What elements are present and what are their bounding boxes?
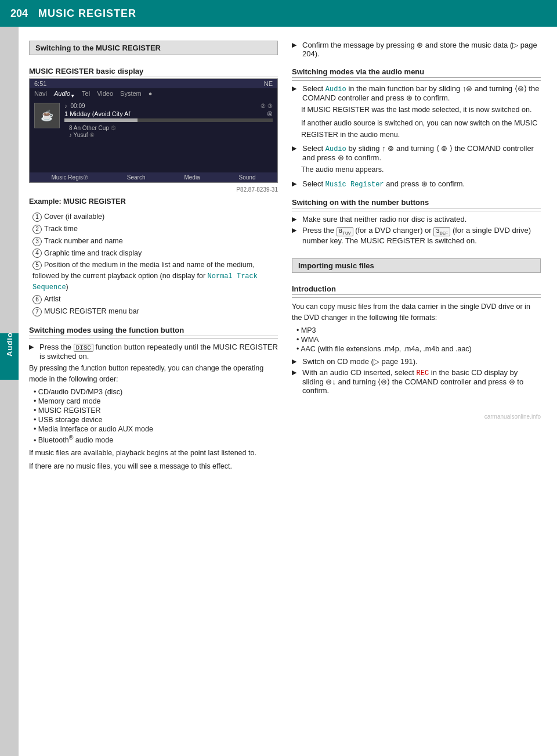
number-arrow-1: ▶ xyxy=(292,215,300,223)
list-item-7: 7MUSIC REGISTER menu bar xyxy=(29,305,278,318)
example-label-text: Example: MUSIC REGISTER xyxy=(29,197,126,206)
display-menubar: Music Regis⑦ Search Media Sound xyxy=(30,172,277,182)
section2-line xyxy=(29,339,278,339)
format-aac: AAC (with file extensions .m4p, .m4a, .m… xyxy=(296,344,541,354)
display-track-name: 1 Midday (Avoid City Af ④ xyxy=(64,110,273,117)
kbd-3: 3DEF xyxy=(433,227,450,236)
side-tab-active: Audio xyxy=(0,333,19,380)
circle-3: 3 xyxy=(32,237,42,246)
kbd-8: 8TUV xyxy=(337,227,353,236)
section1-heading: MUSIC REGISTER basic display xyxy=(29,67,278,77)
side-tab: Audio xyxy=(0,27,19,756)
confirm-arrow: ▶ xyxy=(292,41,300,49)
nav-system: System xyxy=(120,90,142,99)
page-layout: Audio Switching to the MUSIC REGISTER MU… xyxy=(0,27,557,756)
mode-item-1: CD/audio DVD/MP3 (disc) xyxy=(34,387,278,397)
audio-section-heading: Switching modes via the audio menu xyxy=(292,67,541,78)
import-bullet-1-text: Switch on CD mode (▷ page 191). xyxy=(302,357,418,366)
list-item-6: 6Artist xyxy=(29,293,278,305)
audio-bullet-1: ▶ Select Audio in the main function bar … xyxy=(292,84,541,102)
audio-note-2a: The audio menu appears. xyxy=(301,164,541,175)
display-nav: Navi Audio▼ Tel Video System ● xyxy=(30,88,277,100)
import-bullet-1: ▶ Switch on CD mode (▷ page 191). xyxy=(292,357,541,366)
circle-4: 4 xyxy=(32,249,42,258)
circle-5: 5 xyxy=(32,261,42,270)
display-ne: NE xyxy=(264,80,273,87)
audio-arrow-1: ▶ xyxy=(292,85,300,92)
display-tracklist: 8 An Other Cup ⑤ ♪ Yusuf ⑥ xyxy=(64,123,273,140)
display-main: ☕ ♪ 00:09 ② ③ 1 Midday (Avoid City Af ④ … xyxy=(30,100,277,142)
page-number: 204 xyxy=(10,8,28,20)
section2-box: Importing music files xyxy=(292,258,541,273)
display-info: ♪ 00:09 ② ③ 1 Midday (Avoid City Af ④ 8 … xyxy=(64,103,273,140)
display-list-item1: 8 An Other Cup ⑤ xyxy=(69,125,268,131)
audio-code-3: Music Register xyxy=(325,181,384,189)
mode-item-6: Bluetooth® audio mode xyxy=(34,434,278,445)
import-arrow-1: ▶ xyxy=(292,358,300,365)
main-content: Switching to the MUSIC REGISTER MUSIC RE… xyxy=(19,27,557,756)
disc-kbd: DISC xyxy=(74,344,93,352)
display-progress-bar xyxy=(64,118,273,122)
audio-code-2: Audio xyxy=(325,145,346,153)
audio-note-1b: If another audio source is switched on, … xyxy=(301,118,541,141)
section1-box: Switching to the MUSIC REGISTER xyxy=(29,41,278,55)
format-mp3: MP3 xyxy=(296,326,541,335)
audio-bullet-3: ▶ Select Music Register and press ⊛ to c… xyxy=(292,179,541,189)
menu-musireg: Music Regis⑦ xyxy=(51,174,88,181)
audio-bullet-1-text: Select Audio in the main function bar by… xyxy=(302,84,541,102)
nav-video: Video xyxy=(97,90,113,99)
import-bullet-2-text: With an audio CD inserted, select REC in… xyxy=(302,368,541,395)
confirm-bullet: ▶ Confirm the message by pressing ⊛ and … xyxy=(292,41,541,58)
number-bullet-2: ▶ Press the 8TUV (for a DVD changer) or … xyxy=(292,226,541,245)
number-section-line xyxy=(292,211,541,211)
menu-sound: Sound xyxy=(239,174,256,181)
audio-arrow-2: ▶ xyxy=(292,145,300,152)
audio-code-1: Audio xyxy=(325,85,346,93)
mode-item-4: USB storage device xyxy=(34,415,278,424)
import-bullet-2: ▶ With an audio CD inserted, select REC … xyxy=(292,368,541,395)
bullet-arrow-1: ▶ xyxy=(29,343,37,351)
page-header: 204 MUSIC REGISTER xyxy=(0,0,557,27)
number-arrow-2: ▶ xyxy=(292,226,300,234)
display-list-item2: ♪ Yusuf ⑥ xyxy=(69,132,268,138)
list-item-5: 5Position of the medium in the media lis… xyxy=(29,259,278,293)
mode-item-5: Media Interface or audio AUX mode xyxy=(34,424,278,434)
import-arrow-2: ▶ xyxy=(292,369,300,376)
nav-navi: Navi xyxy=(34,90,47,99)
display-progress-fill xyxy=(64,118,138,122)
nav-circle: ● xyxy=(149,90,153,99)
function-bullet1: ▶ Press the DISC function button repeate… xyxy=(29,343,278,361)
display-track-time: ♪ 00:09 ② ③ xyxy=(64,103,273,109)
mode-list: CD/audio DVD/MP3 (disc) Memory card mode… xyxy=(34,387,278,445)
circle-1: 1 xyxy=(32,213,42,222)
intro-line xyxy=(292,297,541,298)
display-cover: ☕ xyxy=(34,103,60,128)
side-tab-label: Audio xyxy=(3,347,16,366)
list-item-2: 2Track time xyxy=(29,223,278,235)
side-tab-bar xyxy=(0,27,19,756)
menu-media: Media xyxy=(184,174,200,181)
right-column: ▶ Confirm the message by pressing ⊛ and … xyxy=(292,41,541,742)
function-para4: If there are no music files, you will se… xyxy=(29,461,278,472)
audio-bullet-3-text: Select Music Register and press ⊛ to con… xyxy=(302,179,465,189)
watermark: carmanualsonline.info xyxy=(292,412,541,422)
display-topbar: 6:51 NE xyxy=(30,79,277,88)
intro-para: You can copy music files from the data c… xyxy=(292,301,541,324)
audio-note-1a: If MUSIC REGISTER was the last mode sele… xyxy=(301,105,541,116)
nav-tel: Tel xyxy=(82,90,90,99)
format-list: MP3 WMA AAC (with file extensions .m4p, … xyxy=(296,326,541,354)
audio-arrow-3: ▶ xyxy=(292,180,300,188)
circle-6: 6 xyxy=(32,295,42,304)
list-item-1: 1Cover (if available) xyxy=(29,211,278,223)
circle-7: 7 xyxy=(32,307,42,316)
mode-item-2: Memory card mode xyxy=(34,397,278,406)
menu-search: Search xyxy=(127,174,146,181)
example-label: Example: MUSIC REGISTER xyxy=(29,196,278,207)
number-bullet-1: ▶ Make sure that neither radio nor disc … xyxy=(292,215,541,224)
rec-code: REC xyxy=(417,369,429,377)
display-mock: 6:51 NE Navi Audio▼ Tel Video System ● ☕ xyxy=(29,78,278,183)
page-title: MUSIC REGISTER xyxy=(38,8,136,20)
intro-heading: Introduction xyxy=(292,285,541,295)
mode-item-3: MUSIC REGISTER xyxy=(34,406,278,415)
audio-bullet-2-text: Select Audio by sliding ↑ ⊚ and turning … xyxy=(302,144,541,162)
